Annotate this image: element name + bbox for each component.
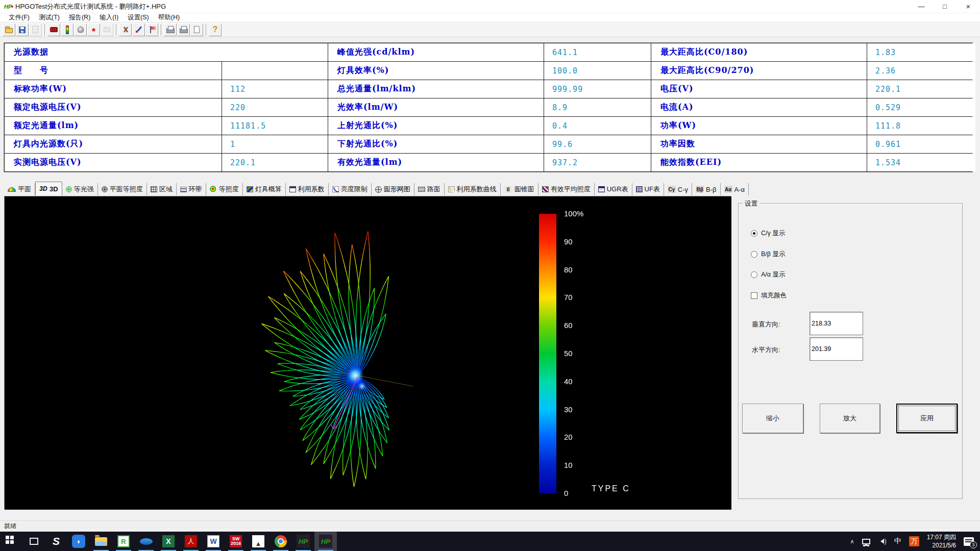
radio-b-beta-label: B/β 显示 <box>761 250 785 259</box>
menu-item-0[interactable]: 文件(F) <box>4 13 34 22</box>
export-page-icon <box>194 26 200 33</box>
sogou-browser-taskbar-button[interactable]: S <box>45 532 67 551</box>
checkbox-icon[interactable] <box>751 292 757 299</box>
horizontal-direction-input[interactable] <box>810 337 863 361</box>
thunder-app-taskbar-button[interactable]: ◗ <box>67 532 90 551</box>
solidworks-taskbar-button[interactable]: SW2016 <box>225 532 247 551</box>
radio-a-alpha[interactable]: A/α 显示 <box>751 270 786 279</box>
tab-label: UGR表 <box>607 185 628 194</box>
photometric-3d-canvas[interactable] <box>5 196 731 510</box>
tab-灯具概算[interactable]: 灯具概算 <box>243 183 286 195</box>
print-setup-button[interactable] <box>164 23 177 36</box>
start-button[interactable] <box>0 532 22 551</box>
sogou-ime-icon[interactable]: 万 <box>909 536 919 546</box>
tab-区域[interactable]: 区域 <box>147 183 177 195</box>
acrobat-taskbar-button[interactable]: 人 <box>180 532 202 551</box>
menu-item-1[interactable]: 测试(T) <box>34 13 64 22</box>
measure-start-button[interactable]: * <box>87 23 100 36</box>
print-setup-icon <box>166 26 175 33</box>
tab-B-β[interactable]: BβB-β <box>692 183 720 195</box>
network-icon[interactable] <box>862 539 870 544</box>
excel-taskbar-button[interactable]: X <box>157 532 180 551</box>
ring-band-icon <box>180 187 187 192</box>
radio-button-icon[interactable] <box>751 271 757 278</box>
road-surface-icon <box>418 187 425 192</box>
chrome-taskbar-button[interactable] <box>270 532 292 551</box>
help-button[interactable]: ? <box>209 23 222 36</box>
photometer-icon <box>50 27 58 32</box>
table-label: 电流(A) <box>651 98 867 116</box>
tools-button[interactable] <box>119 23 132 36</box>
thermometer-button[interactable] <box>61 23 74 36</box>
tab-亮度限制[interactable]: 亮度限制 <box>329 183 372 195</box>
tab-UF表[interactable]: UF表 <box>632 183 664 195</box>
menu-item-2[interactable]: 报告(R) <box>64 13 95 22</box>
photometer-button[interactable] <box>47 23 60 36</box>
photos-taskbar-button[interactable]: ▲ <box>247 532 270 551</box>
table-value: 937.2 <box>544 154 651 171</box>
file-explorer-icon <box>95 537 107 546</box>
fill-color-label: 填充颜色 <box>761 291 787 300</box>
hidden-icons-chevron[interactable]: ∧ <box>850 538 854 545</box>
tab-有效平均照度[interactable]: 有效平均照度 <box>538 183 595 195</box>
vertical-direction-input[interactable] <box>810 312 863 335</box>
edit-pen-button[interactable] <box>132 23 145 36</box>
table-label: 灯具效率(%) <box>328 62 544 80</box>
zoom-out-button[interactable]: 缩小 <box>742 404 803 433</box>
radio-c-gamma[interactable]: C/γ 显示 <box>751 229 785 238</box>
ime-indicator[interactable]: 中 <box>894 537 901 546</box>
volume-icon[interactable]: ) <box>878 538 887 545</box>
menu-item-5[interactable]: 帮助(H) <box>154 13 184 22</box>
baidu-netdisk-taskbar-button[interactable] <box>135 532 157 551</box>
hpgo-app-taskbar-button[interactable]: HP <box>292 532 314 551</box>
maximize-button[interactable]: □ <box>933 0 957 13</box>
tab-利用系数曲线[interactable]: 利用系数曲线 <box>445 183 501 195</box>
menu-item-3[interactable]: 输入(I) <box>95 13 123 22</box>
tab-label: 平面等照度 <box>110 185 143 194</box>
table-label: 电压(V) <box>651 80 867 98</box>
hpgo-app-active-taskbar-button[interactable]: HP <box>314 532 337 551</box>
menu-item-4[interactable]: 设置(S) <box>123 13 154 22</box>
goniometer-lamp-button[interactable] <box>74 23 87 36</box>
fill-color-checkbox-row[interactable]: 填充颜色 <box>751 291 787 300</box>
r-app-taskbar-button[interactable]: R <box>112 532 135 551</box>
tab-环带[interactable]: 环带 <box>177 183 206 195</box>
tab-利用系数[interactable]: 利用系数 <box>286 183 329 195</box>
radio-b-beta[interactable]: B/β 显示 <box>751 250 785 259</box>
intensity-colorbar <box>539 214 556 493</box>
color-flag-button[interactable] <box>145 23 158 36</box>
tab-UGR表[interactable]: UGR表 <box>595 183 632 195</box>
thermometer-icon <box>66 26 69 34</box>
tab-圆形网图[interactable]: 圆形网图 <box>372 183 414 195</box>
radio-button-icon[interactable] <box>751 230 757 237</box>
tab-路面[interactable]: 路面 <box>414 183 445 195</box>
edit-pen-icon <box>135 26 142 33</box>
radio-button-icon[interactable] <box>751 251 757 258</box>
table-label: 下射光通比(%) <box>328 135 544 153</box>
save-button[interactable] <box>16 23 29 36</box>
tab-平面等照度[interactable]: 平面等照度 <box>98 183 147 195</box>
tab-等光强[interactable]: 等光强 <box>62 183 98 195</box>
report-preview-icon <box>33 26 38 33</box>
tab-C-γ[interactable]: CγC-γ <box>664 183 692 195</box>
apply-button[interactable]: 应用 <box>896 404 958 433</box>
tab-平面[interactable]: 平面 <box>4 183 35 195</box>
table-value: 1 <box>222 135 328 153</box>
zoom-in-button[interactable]: 放大 <box>820 404 880 433</box>
file-explorer-taskbar-button[interactable] <box>90 532 112 551</box>
tab-3D[interactable]: 3D3D <box>35 182 62 195</box>
tab-A-α[interactable]: AαA-α <box>721 183 749 195</box>
open-file-button[interactable] <box>3 23 15 36</box>
print-button[interactable] <box>177 23 190 36</box>
view-tab-bar: 平面3D3D等光强平面等照度区域环带等照度灯具概算利用系数亮度限制圆形网图路面利… <box>4 182 972 195</box>
close-button[interactable]: × <box>957 0 980 13</box>
word-taskbar-button[interactable]: W <box>202 532 225 551</box>
task-view-button[interactable] <box>22 532 45 551</box>
clock[interactable]: 17:07 周四 2021/5/6 <box>927 533 956 549</box>
tab-圆锥面[interactable]: 8圆锥面 <box>501 183 538 195</box>
window-controls: — □ × <box>910 0 980 13</box>
export-page-button[interactable] <box>190 23 203 36</box>
minimize-button[interactable]: — <box>910 0 933 13</box>
notification-center-icon[interactable]: 3 <box>964 537 974 546</box>
tab-等照度[interactable]: 等照度 <box>206 183 243 195</box>
